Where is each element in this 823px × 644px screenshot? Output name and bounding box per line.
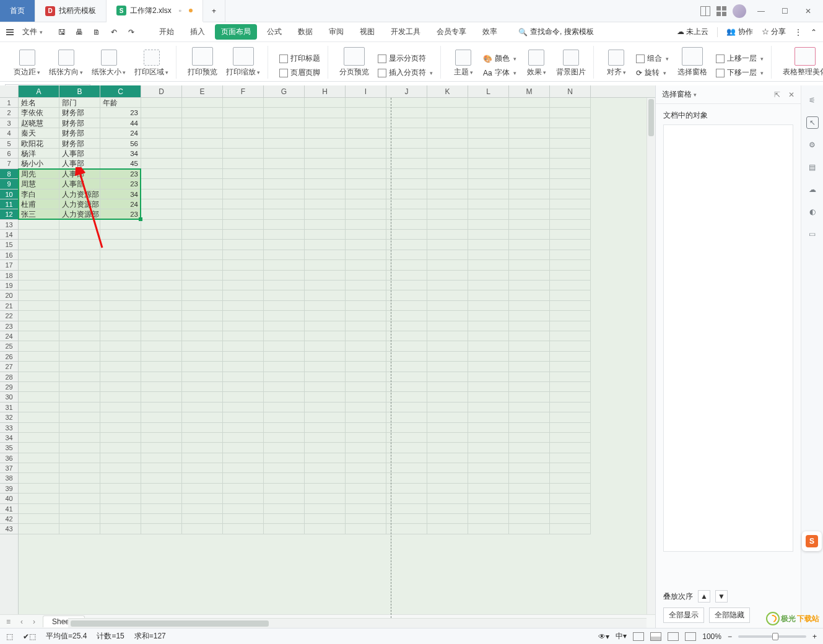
cell[interactable] xyxy=(100,463,141,473)
eye-icon[interactable]: 👁▾ xyxy=(598,632,609,641)
cell[interactable] xyxy=(386,392,427,402)
cell[interactable] xyxy=(141,230,182,240)
cell[interactable] xyxy=(19,352,59,362)
cell[interactable] xyxy=(509,250,550,260)
cell[interactable] xyxy=(264,331,305,341)
cell[interactable] xyxy=(305,149,346,159)
cell[interactable] xyxy=(509,169,550,179)
cell[interactable] xyxy=(141,108,182,118)
cell[interactable] xyxy=(509,423,550,433)
cell[interactable] xyxy=(59,372,100,382)
cell[interactable] xyxy=(19,463,59,473)
cell[interactable] xyxy=(182,494,223,503)
cell[interactable] xyxy=(264,423,305,433)
cell[interactable] xyxy=(264,514,305,524)
cell[interactable] xyxy=(223,230,264,240)
collab-button[interactable]: 👥 协作 xyxy=(726,27,752,37)
cell[interactable] xyxy=(264,524,305,534)
cell[interactable] xyxy=(509,494,550,503)
cell[interactable] xyxy=(427,524,468,534)
cell[interactable] xyxy=(550,260,591,270)
row-header[interactable]: 25 xyxy=(0,341,18,351)
cell[interactable] xyxy=(509,321,550,331)
cell[interactable] xyxy=(59,484,100,494)
cell[interactable] xyxy=(346,311,386,321)
cell[interactable] xyxy=(100,250,141,260)
cell[interactable] xyxy=(264,392,305,402)
cell[interactable] xyxy=(346,341,386,351)
insert-page-break-button[interactable]: 插入分页符 xyxy=(375,67,435,79)
cell[interactable] xyxy=(59,412,100,422)
cell[interactable] xyxy=(346,159,386,168)
cell[interactable] xyxy=(182,321,223,331)
cell[interactable] xyxy=(182,149,223,159)
cell[interactable] xyxy=(346,392,386,402)
cell[interactable] xyxy=(550,484,591,494)
row-header[interactable]: 2 xyxy=(0,108,18,118)
cell[interactable] xyxy=(100,260,141,270)
cell[interactable] xyxy=(346,290,386,300)
col-header[interactable]: N xyxy=(550,85,591,97)
cell[interactable] xyxy=(346,240,386,250)
cell[interactable] xyxy=(468,290,509,300)
col-header[interactable]: F xyxy=(223,85,264,97)
cell[interactable] xyxy=(100,331,141,341)
cell[interactable] xyxy=(509,372,550,382)
cell[interactable] xyxy=(427,290,468,300)
cell[interactable] xyxy=(305,189,346,199)
cell[interactable] xyxy=(182,514,223,524)
cell[interactable]: 赵晓慧 xyxy=(19,118,59,128)
view-reader-icon[interactable] xyxy=(685,632,696,641)
show-all-button[interactable]: 全部显示 xyxy=(663,607,704,623)
cell[interactable] xyxy=(141,301,182,311)
cell[interactable] xyxy=(141,209,182,219)
cell[interactable] xyxy=(427,321,468,331)
cell[interactable] xyxy=(59,382,100,392)
cell[interactable] xyxy=(550,118,591,128)
cell[interactable] xyxy=(223,321,264,331)
cell[interactable] xyxy=(141,504,182,514)
cell[interactable] xyxy=(19,271,59,281)
cell[interactable] xyxy=(468,209,509,219)
cell[interactable] xyxy=(550,230,591,240)
cell[interactable] xyxy=(264,402,305,412)
cell[interactable] xyxy=(59,402,100,412)
cell[interactable] xyxy=(19,250,59,260)
cell[interactable] xyxy=(59,260,100,270)
cell[interactable] xyxy=(19,240,59,250)
cell[interactable] xyxy=(386,463,427,473)
ime-floater[interactable]: S xyxy=(802,531,822,551)
cell[interactable] xyxy=(264,443,305,453)
ribbon-tab-2[interactable]: 页面布局 xyxy=(215,24,257,40)
cell[interactable] xyxy=(182,260,223,270)
cell[interactable] xyxy=(305,118,346,128)
cell[interactable] xyxy=(264,209,305,219)
paper-size-button[interactable]: 纸张大小 xyxy=(89,48,128,79)
cell[interactable] xyxy=(386,281,427,290)
cell[interactable] xyxy=(264,321,305,331)
cell[interactable] xyxy=(427,139,468,149)
side-select-icon[interactable]: ↖ xyxy=(806,116,819,129)
cell[interactable] xyxy=(264,311,305,321)
file-menu[interactable]: 文件▾ xyxy=(19,25,46,38)
row-header[interactable]: 7 xyxy=(0,159,18,168)
cell[interactable] xyxy=(386,230,427,240)
cell[interactable] xyxy=(264,494,305,503)
cell[interactable]: 人事部 xyxy=(59,149,100,159)
cell[interactable] xyxy=(550,189,591,199)
cell[interactable] xyxy=(427,98,468,108)
cell[interactable] xyxy=(305,321,346,331)
cell[interactable] xyxy=(427,372,468,382)
cell[interactable] xyxy=(100,230,141,240)
cell[interactable] xyxy=(305,260,346,270)
cell[interactable] xyxy=(550,220,591,230)
cell[interactable] xyxy=(141,433,182,443)
cell[interactable] xyxy=(468,149,509,159)
cell[interactable] xyxy=(264,281,305,290)
panel-pin-icon[interactable]: ⇱ xyxy=(774,90,780,99)
cell[interactable] xyxy=(141,494,182,503)
row-header[interactable]: 34 xyxy=(0,433,18,443)
cell[interactable] xyxy=(264,108,305,118)
cell[interactable] xyxy=(550,139,591,149)
cell[interactable] xyxy=(346,453,386,463)
